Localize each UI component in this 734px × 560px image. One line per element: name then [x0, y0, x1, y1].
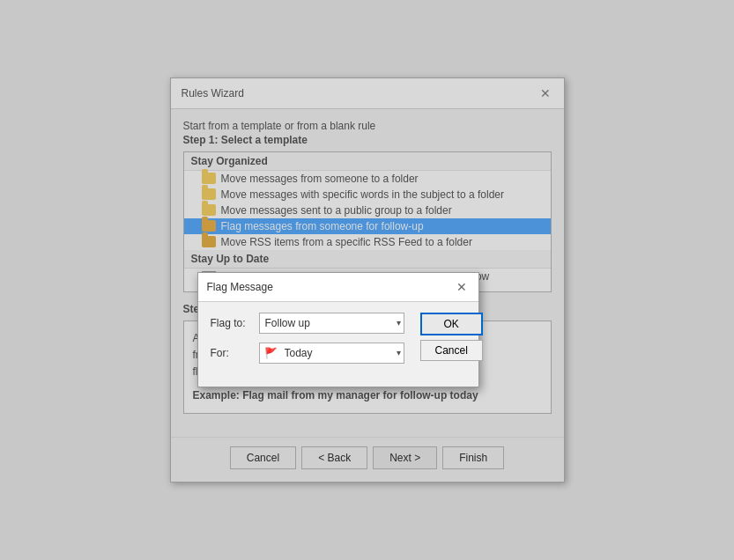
flag-dialog-titlebar: Flag Message ✕ — [198, 273, 478, 302]
flag-to-select[interactable]: Follow up Call Do not Forward For Your I… — [259, 313, 404, 334]
flag-to-row: Flag to: Follow up Call Do not Forward F… — [211, 313, 404, 334]
flag-dialog-action-buttons: OK Cancel — [415, 302, 495, 372]
flag-dialog-close-button[interactable]: ✕ — [454, 279, 470, 295]
flag-dialog-body: Flag to: Follow up Call Do not Forward F… — [198, 302, 478, 387]
flag-form: Flag to: Follow up Call Do not Forward F… — [198, 302, 415, 387]
flag-message-dialog: Flag Message ✕ Flag to: Follow up Call D… — [197, 272, 479, 387]
for-select-wrapper: 🚩 Today Tomorrow This Week Next Week No … — [259, 343, 404, 364]
for-row: For: 🚩 Today Tomorrow This Week Next Wee… — [211, 343, 404, 364]
flag-cancel-button[interactable]: Cancel — [420, 340, 483, 361]
flag-dialog-title: Flag Message — [207, 281, 273, 293]
for-label: For: — [211, 347, 259, 359]
flag-to-label: Flag to: — [211, 317, 259, 329]
rules-wizard-dialog: Rules Wizard ✕ Start from a template or … — [170, 77, 565, 483]
flag-ok-button[interactable]: OK — [420, 313, 483, 335]
for-select[interactable]: Today Tomorrow This Week Next Week No Da… — [259, 343, 404, 364]
flag-to-select-wrapper: Follow up Call Do not Forward For Your I… — [259, 313, 404, 334]
modal-backdrop: Flag Message ✕ Flag to: Follow up Call D… — [171, 78, 564, 483]
